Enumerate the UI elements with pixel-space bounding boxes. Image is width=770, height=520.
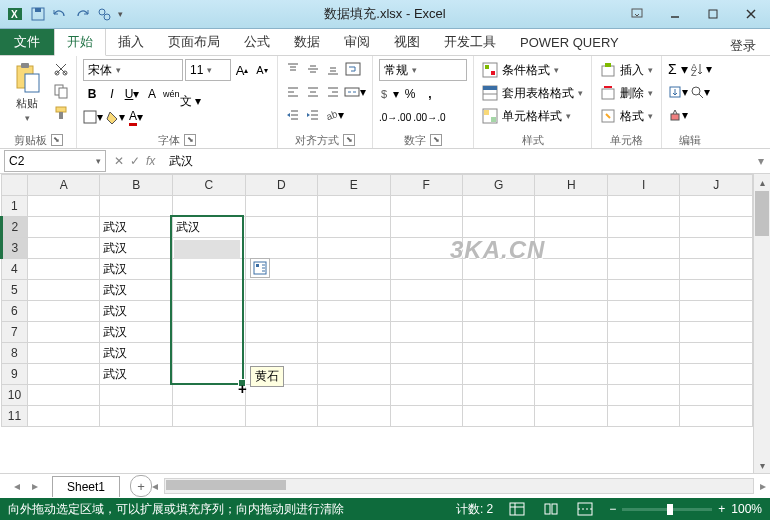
cell[interactable]: [172, 406, 245, 427]
tab-home[interactable]: 开始: [54, 28, 106, 56]
cell[interactable]: 武汉: [100, 280, 173, 301]
cell[interactable]: [172, 259, 245, 280]
tab-file[interactable]: 文件: [0, 29, 54, 55]
close-icon[interactable]: [732, 0, 770, 28]
border-icon[interactable]: ▾: [83, 107, 103, 127]
hscroll-right-icon[interactable]: ▸: [760, 479, 766, 493]
increase-decimal-icon[interactable]: .0→.00: [379, 107, 411, 127]
cell[interactable]: [535, 385, 608, 406]
tab-view[interactable]: 视图: [382, 29, 432, 55]
zoom-in-icon[interactable]: +: [718, 502, 725, 516]
cell[interactable]: [318, 322, 391, 343]
col-header[interactable]: D: [245, 175, 318, 196]
login-link[interactable]: 登录: [716, 37, 770, 55]
select-all-cell[interactable]: [2, 175, 28, 196]
vertical-scrollbar[interactable]: ▴ ▾: [753, 174, 770, 473]
merge-center-icon[interactable]: ▾: [344, 82, 366, 102]
cell[interactable]: [462, 364, 535, 385]
cell[interactable]: [172, 343, 245, 364]
decrease-font-icon[interactable]: A▾: [253, 60, 271, 80]
cell[interactable]: 黄石: [172, 238, 245, 259]
comma-icon[interactable]: ,: [421, 84, 439, 104]
wrap-text-icon[interactable]: [344, 59, 362, 79]
row-header[interactable]: 6: [2, 301, 28, 322]
cell[interactable]: [245, 217, 318, 238]
qat-dropdown-icon[interactable]: ▾: [118, 9, 123, 19]
cell[interactable]: [607, 385, 679, 406]
cell[interactable]: [607, 217, 679, 238]
cell[interactable]: [27, 343, 100, 364]
cell[interactable]: [318, 406, 391, 427]
cell[interactable]: [318, 238, 391, 259]
add-sheet-icon[interactable]: +: [130, 475, 152, 497]
row-header[interactable]: 7: [2, 322, 28, 343]
tab-powerquery[interactable]: POWER QUERY: [508, 29, 631, 55]
decrease-indent-icon[interactable]: [284, 105, 302, 125]
zoom-slider[interactable]: [622, 508, 712, 511]
cell[interactable]: [680, 406, 753, 427]
cell[interactable]: [535, 322, 608, 343]
cell[interactable]: [318, 343, 391, 364]
col-header[interactable]: C: [172, 175, 245, 196]
cell[interactable]: [318, 280, 391, 301]
cell[interactable]: [607, 343, 679, 364]
col-header[interactable]: B: [100, 175, 173, 196]
cell[interactable]: [27, 301, 100, 322]
find-select-icon[interactable]: ▾: [690, 82, 710, 102]
tab-pagelayout[interactable]: 页面布局: [156, 29, 232, 55]
table-format-button[interactable]: 套用表格格式▾: [480, 82, 585, 104]
clipboard-launcher-icon[interactable]: ⬊: [51, 134, 63, 146]
cell[interactable]: 武汉: [100, 343, 173, 364]
cell[interactable]: [607, 322, 679, 343]
cell[interactable]: 武汉: [100, 217, 173, 238]
undo-icon[interactable]: [52, 6, 68, 22]
phonetic-icon[interactable]: wén文 ▾: [163, 84, 201, 104]
expand-formula-icon[interactable]: ▾: [752, 154, 770, 168]
insert-cells-button[interactable]: 插入▾: [598, 59, 655, 81]
row-header[interactable]: 9: [2, 364, 28, 385]
row-header[interactable]: 10: [2, 385, 28, 406]
row-header[interactable]: 4: [2, 259, 28, 280]
clear-icon[interactable]: ▾: [668, 105, 688, 125]
spreadsheet-grid[interactable]: ABCDEFGHIJ12武汉武汉3武汉黄石4武汉5武汉6武汉7武汉8武汉9武汉1…: [0, 174, 753, 427]
cell[interactable]: [680, 238, 753, 259]
delete-cells-button[interactable]: 删除▾: [598, 82, 655, 104]
format-cells-button[interactable]: 格式▾: [598, 105, 655, 127]
cell[interactable]: [607, 406, 679, 427]
orientation-icon[interactable]: ab▾: [324, 105, 344, 125]
cell[interactable]: [390, 343, 462, 364]
row-header[interactable]: 11: [2, 406, 28, 427]
autosum-icon[interactable]: Σ ▾: [668, 59, 688, 79]
qat-item-icon[interactable]: [96, 6, 112, 22]
col-header[interactable]: E: [318, 175, 391, 196]
font-a-icon[interactable]: A: [143, 84, 161, 104]
cell[interactable]: [245, 343, 318, 364]
cell[interactable]: [462, 301, 535, 322]
cell[interactable]: [680, 196, 753, 217]
fx-icon[interactable]: fx: [146, 154, 155, 168]
cell[interactable]: [680, 217, 753, 238]
scroll-down-icon[interactable]: ▾: [754, 457, 770, 473]
cell[interactable]: [680, 301, 753, 322]
align-left-icon[interactable]: [284, 82, 302, 102]
cell[interactable]: [27, 259, 100, 280]
cell[interactable]: [27, 385, 100, 406]
cell[interactable]: [390, 322, 462, 343]
cell[interactable]: [462, 280, 535, 301]
cell[interactable]: [462, 406, 535, 427]
save-icon[interactable]: [30, 6, 46, 22]
scroll-thumb[interactable]: [755, 191, 769, 236]
cell[interactable]: [27, 217, 100, 238]
tab-formulas[interactable]: 公式: [232, 29, 282, 55]
cell[interactable]: [27, 406, 100, 427]
cell[interactable]: [535, 364, 608, 385]
cell[interactable]: 武汉: [100, 364, 173, 385]
cut-icon[interactable]: [52, 59, 70, 79]
number-launcher-icon[interactable]: ⬊: [430, 134, 442, 146]
format-painter-icon[interactable]: [52, 103, 70, 123]
copy-icon[interactable]: [52, 81, 70, 101]
cell[interactable]: [245, 406, 318, 427]
cell[interactable]: [390, 385, 462, 406]
cell[interactable]: [607, 301, 679, 322]
row-header[interactable]: 5: [2, 280, 28, 301]
